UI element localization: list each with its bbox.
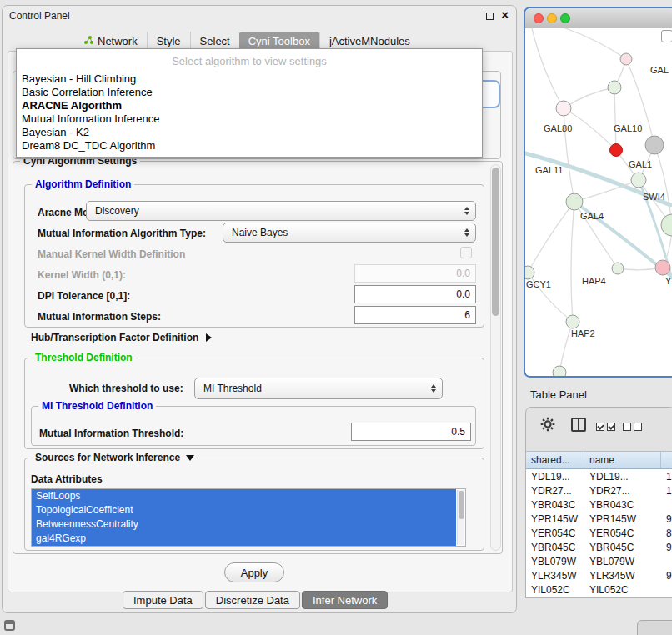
network-view-window: GALGAL80GAL10GAL11GAL1SWI4GAL4GCY1HAP4YH… <box>524 7 672 378</box>
mi-type-label: Mutual Information Algorithm Type: <box>38 228 206 239</box>
settings-scrollbar[interactable] <box>490 164 501 551</box>
network-node[interactable] <box>610 144 623 157</box>
mi-steps-label: Mutual Information Steps: <box>38 311 161 322</box>
manual-kernel-checkbox[interactable] <box>460 247 472 258</box>
network-node[interactable] <box>631 172 646 188</box>
algorithm-option-aracne-algorithm[interactable]: ARACNE Algorithm <box>17 99 482 112</box>
table-row[interactable]: YLR345WYLR345W9. <box>526 568 672 582</box>
algorithm-definition-title: Algorithm Definition <box>32 178 134 190</box>
attributes-list-scrollbar[interactable] <box>457 490 464 545</box>
popup-placeholder: Select algorithm to view settings <box>17 49 482 72</box>
mi-threshold-group-title: MI Threshold Definition <box>38 400 156 412</box>
table-cell: YDR27... <box>584 485 661 497</box>
network-node[interactable] <box>620 53 632 65</box>
attributes-list[interactable]: SelfLoopsTopologicalCoefficientBetweenne… <box>31 488 466 547</box>
algorithm-option-bayesian-k2[interactable]: Bayesian - K2 <box>17 126 482 139</box>
node-label: SWI4 <box>643 192 665 202</box>
network-node[interactable] <box>553 366 566 377</box>
network-edge[interactable] <box>571 202 574 322</box>
attribute-item-gal4rgexp[interactable]: gal4RGexp <box>32 532 456 546</box>
network-node[interactable] <box>645 136 664 154</box>
table-cell: 13 <box>661 471 672 482</box>
hub-section-toggle[interactable]: Hub/Transcription Factor Definition <box>31 332 212 343</box>
algorithm-option-bayesian-hill-climbing[interactable]: Bayesian - Hill Climbing <box>17 72 482 86</box>
close-icon[interactable]: × <box>501 8 509 22</box>
table-row[interactable]: YER054CYER054C8. <box>526 526 672 540</box>
mi-threshold-field[interactable]: 0.5 <box>351 422 471 441</box>
table-cell: YER054C <box>584 528 661 539</box>
network-canvas[interactable]: GALGAL80GAL10GAL11GAL1SWI4GAL4GCY1HAP4YH… <box>525 28 672 377</box>
gear-icon[interactable] <box>539 416 556 436</box>
node-label: HAP2 <box>571 328 595 338</box>
scrollbar-thumb[interactable] <box>492 168 499 316</box>
network-node[interactable] <box>566 193 583 210</box>
table-row[interactable]: YDR27...YDR27...12 <box>526 483 672 498</box>
table-panel-window: shared...name YDL19...YDL19...13YDR27...… <box>525 407 672 598</box>
columns-icon[interactable] <box>571 418 586 432</box>
attribute-item-selfloops[interactable]: SelfLoops <box>32 489 456 503</box>
control-panel-titlebar[interactable]: Control Panel × <box>3 6 516 26</box>
column-header-name[interactable]: name <box>584 452 661 468</box>
table-row[interactable]: YDL19...YDL19...13 <box>526 469 672 483</box>
minimized-panel-icon[interactable] <box>4 620 15 631</box>
float-window-icon[interactable] <box>486 12 494 20</box>
birdseye-widget[interactable] <box>661 30 672 42</box>
network-node[interactable] <box>556 101 571 116</box>
dpi-tolerance-field[interactable]: 0.0 <box>354 285 476 303</box>
which-threshold-select[interactable]: MI Threshold <box>194 378 443 399</box>
attribute-item-betweennesscentrality[interactable]: BetweennessCentrality <box>32 518 456 532</box>
bottom-tab-discretize-data[interactable]: Discretize Data <box>205 591 300 609</box>
table-cell: YDL19... <box>584 471 661 482</box>
chevron-updown-icon <box>431 384 436 392</box>
apply-button[interactable]: Apply <box>224 562 284 582</box>
table-cell: YBL079W <box>584 556 661 568</box>
which-threshold-value: MI Threshold <box>203 382 262 394</box>
scrollbar-thumb[interactable] <box>459 491 464 519</box>
algorithm-option-mutual-information-inference[interactable]: Mutual Information Inference <box>17 112 482 126</box>
mi-steps-field[interactable]: 6 <box>354 306 476 324</box>
table-row[interactable]: YPR145WYPR145W9. <box>526 512 672 526</box>
network-node[interactable] <box>655 260 670 275</box>
zoom-traffic-light[interactable] <box>560 13 570 23</box>
table-row[interactable]: YBL079WYBL079W <box>526 554 672 568</box>
table-row[interactable]: YIL052CYIL052C <box>526 582 672 597</box>
network-window-titlebar[interactable] <box>525 8 672 28</box>
column-header-shared[interactable]: shared... <box>526 452 584 468</box>
bottom-tab-impute-data[interactable]: Impute Data <box>123 591 203 609</box>
network-node[interactable] <box>612 262 624 274</box>
table-cell: YIL052C <box>526 584 584 596</box>
network-node[interactable] <box>525 266 534 279</box>
algorithm-option-basic-correlation-inference[interactable]: Basic Correlation Inference <box>17 86 482 99</box>
bottom-tab-infer-network[interactable]: Infer Network <box>302 591 388 609</box>
node-label: GAL80 <box>544 123 572 133</box>
network-edge[interactable] <box>564 88 614 108</box>
network-edge[interactable] <box>564 108 574 202</box>
network-edge[interactable] <box>565 28 626 59</box>
attribute-item-topologicalcoefficient[interactable]: TopologicalCoefficient <box>32 503 456 518</box>
algorithm-option-dream8-dc-tdc-algorithm[interactable]: Dream8 DC_TDC Algorithm <box>17 139 482 152</box>
network-edge[interactable] <box>532 28 564 108</box>
network-node[interactable] <box>661 214 672 236</box>
aracne-mode-select[interactable]: Discovery <box>86 201 476 221</box>
chevron-updown-icon <box>464 207 469 215</box>
table-cell: YBL079W <box>526 556 584 568</box>
table-row[interactable]: YBR045CYBR045C9. <box>526 540 672 554</box>
select-all-checks-icon[interactable] <box>596 422 615 431</box>
close-traffic-light[interactable] <box>534 13 544 23</box>
network-edge[interactable] <box>614 88 616 150</box>
unchecked-box-icon <box>623 422 631 431</box>
sources-section-toggle[interactable]: Sources for Network Inference <box>32 452 198 463</box>
network-edge[interactable] <box>528 202 574 272</box>
network-node[interactable] <box>608 81 621 94</box>
table-row[interactable]: YBR043CYBR043C <box>526 498 672 512</box>
attributes-list-items: SelfLoopsTopologicalCoefficientBetweenne… <box>32 489 465 546</box>
mi-type-select[interactable]: Naive Bayes <box>223 222 476 242</box>
window-corner-fragment <box>637 620 672 635</box>
minimize-traffic-light[interactable] <box>547 13 557 23</box>
network-node[interactable] <box>566 315 579 328</box>
kernel-width-field[interactable]: 0.0 <box>354 264 476 282</box>
deselect-all-checks-icon[interactable] <box>623 422 642 431</box>
table-cell: YIL052C <box>584 584 661 596</box>
column-header-col2[interactable] <box>661 452 672 468</box>
network-edge[interactable] <box>574 180 639 202</box>
